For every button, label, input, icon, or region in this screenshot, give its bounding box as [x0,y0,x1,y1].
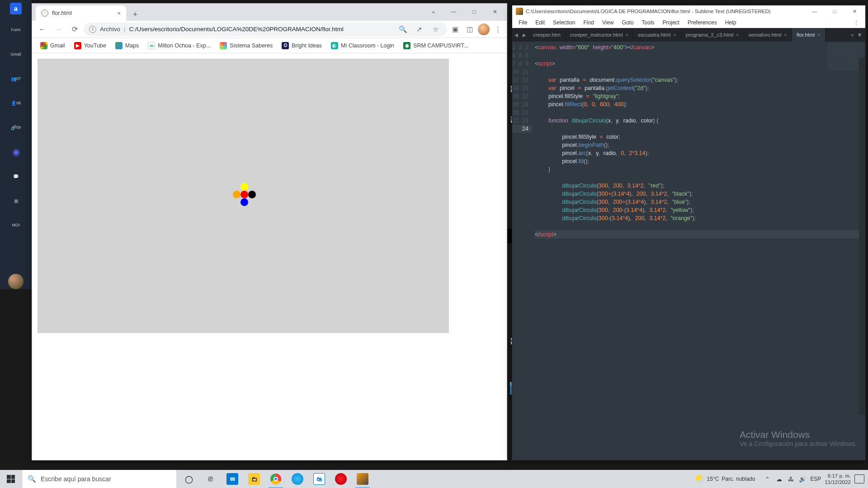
bg-mod-label: MOI [7,216,25,234]
windows-logo-icon [7,475,15,483]
weather-widget[interactable]: 15°C Parc. nublado [691,474,760,483]
flower-petal-orange [233,191,241,198]
menu-selection[interactable]: Selection [549,18,579,27]
minimize-button[interactable]: — [443,5,463,18]
sublime-titlebar: C:\Users\escritorio\Documents\LOGICA DE … [512,5,865,17]
language-indicator[interactable]: ESP [810,476,821,482]
close-window-button[interactable]: ✕ [485,5,505,18]
discord-icon: ◉ [7,143,25,161]
reading-list-icon[interactable]: ▣ [449,23,462,36]
bg-sidebar-item: 🔗09 [7,118,25,136]
start-button[interactable] [0,470,22,488]
windows-taskbar: 🔍 Escribe aquí para buscar ◯ ⎚ ✉ 🗀 🛍 15°… [0,470,868,488]
editor-tab[interactable]: creeper_instructor.html× [566,28,633,42]
bookmark-bright[interactable]: OBright Ideas [278,40,326,51]
add-tab-icon[interactable]: + [851,32,854,38]
file-explorer[interactable]: 🗀 [243,470,265,488]
tab-scroll-right[interactable]: ▶ [520,28,528,42]
weather-icon [695,474,704,483]
close-tab-icon[interactable]: × [626,32,628,38]
bookmark-milton[interactable]: mMilton Ochoa - Exp... [144,40,214,51]
share-icon[interactable]: ↗ [413,23,425,36]
menu-find[interactable]: Find [580,18,597,27]
notification-center-icon[interactable] [854,474,864,483]
line-gutter: 1 2 3 4 5 6 7 8 9 10 11 12 13 14 15 16 1… [512,42,532,460]
chrome-app[interactable] [265,470,287,488]
tab-menu-icon[interactable]: ▼ [857,32,863,38]
milton-icon: m [148,42,155,49]
tabs-dropdown-icon[interactable]: ⌄ [431,7,436,14]
menu-tools[interactable]: Tools [638,18,658,27]
weather-temp: 15°C [707,476,719,482]
minimap[interactable] [827,43,863,70]
menu-view[interactable]: View [599,18,618,27]
taskbar-search[interactable]: 🔍 Escribe aquí para buscar [22,470,176,488]
reload-button[interactable]: ⟳ [67,22,82,37]
alura-icon: a [10,3,22,14]
menu-edit[interactable]: Edit [532,18,548,27]
weather-label: Parc. nublado [722,476,755,482]
close-tab-icon[interactable]: × [817,32,820,38]
tab-scroll-left[interactable]: ◀ [512,28,520,42]
tray-chevron-icon[interactable]: ⌃ [763,475,771,483]
cortana-button[interactable]: ⎚ [200,470,222,488]
bookmark-classroom[interactable]: ◐Mi Classroom - Login [327,40,398,51]
close-tab-icon[interactable]: × [784,32,787,38]
forward-button[interactable]: → [51,22,66,37]
chrome-menu-icon[interactable]: ⋮ [491,23,504,36]
menu-project[interactable]: Project [659,18,683,27]
editor-tab[interactable]: semaforo.html× [744,28,792,42]
editor-tab-active[interactable]: flor.html× [792,28,826,42]
edge-app[interactable] [287,470,308,488]
menu-file[interactable]: File [515,18,531,27]
volume-icon[interactable]: 🔊 [798,475,807,483]
bookmark-srm[interactable]: ◉SRM CAMPUSVIRT... [400,40,472,51]
bookmark-youtube[interactable]: ▶YouTube [71,40,110,51]
flower-petal-black [248,191,256,198]
bookmark-maps[interactable]: Maps [112,40,143,51]
browser-tab[interactable]: flor.html × [36,5,126,21]
menu-goto[interactable]: Goto [618,18,637,27]
editor-tab[interactable]: creeper.htm [528,28,566,42]
bookmark-saberes[interactable]: Sistema Saberes [216,40,276,51]
maximize-button[interactable]: □ [464,5,484,18]
profile-avatar[interactable] [478,23,490,35]
bright-icon: O [282,42,289,49]
onedrive-icon[interactable]: ☁ [775,475,783,483]
editor-tab[interactable]: escuadra.html× [633,28,681,42]
editor-tab[interactable]: programa_2_c3.html× [681,28,744,42]
bg-sidebar-item: 👤08 [7,94,25,112]
close-tab-icon[interactable]: × [117,10,121,17]
clock[interactable]: 6:17 p. m. 11/12/2022 [825,473,851,485]
back-button[interactable]: ← [35,22,49,37]
menu-help[interactable]: Help [722,18,740,27]
sublime-window: C:\Users\escritorio\Documents\LOGICA DE … [512,5,866,460]
site-info-icon[interactable]: i [89,26,96,33]
chrome-titlebar: flor.html × + ⌄ — □ ✕ [32,4,507,21]
close-window-button[interactable]: ✕ [844,5,864,17]
store-app[interactable]: 🛍 [308,470,330,488]
mail-app[interactable]: ✉ [222,470,243,488]
menu-overflow-icon[interactable]: ⋮ [850,18,863,27]
system-tray: 15°C Parc. nublado ⌃ ☁ 🖧 🔊 ESP 6:17 p. m… [691,470,868,488]
bookmark-star-icon[interactable]: ☆ [429,23,442,36]
minimize-button[interactable]: — [805,5,825,17]
address-bar[interactable]: i Archivo | C:/Users/escritorio/Document… [84,23,447,36]
close-tab-icon[interactable]: × [673,32,676,38]
network-icon[interactable]: 🖧 [787,475,795,483]
opera-app[interactable] [330,470,352,488]
menu-preferences[interactable]: Preferences [684,18,721,27]
new-tab-button[interactable]: + [129,8,142,21]
url-text: C:/Users/escritorio/Documents/LOGICA%20D… [129,26,344,33]
bookmark-gmail[interactable]: MGmail [37,40,69,51]
close-tab-icon[interactable]: × [736,32,739,38]
task-view-button[interactable]: ◯ [178,470,200,488]
zoom-icon[interactable]: 🔍 [396,23,409,36]
maximize-button[interactable]: □ [825,5,844,17]
side-panel-icon[interactable]: ◫ [463,23,476,36]
scrollbar[interactable] [859,58,865,415]
sublime-tabs: ◀ ▶ creeper.htm creeper_instructor.html×… [512,28,865,42]
code-editor[interactable]: <canvas width="600" height="400"></canva… [532,42,865,460]
bg-label-gmail: Gmail [7,45,25,63]
sublime-app[interactable] [352,470,373,488]
